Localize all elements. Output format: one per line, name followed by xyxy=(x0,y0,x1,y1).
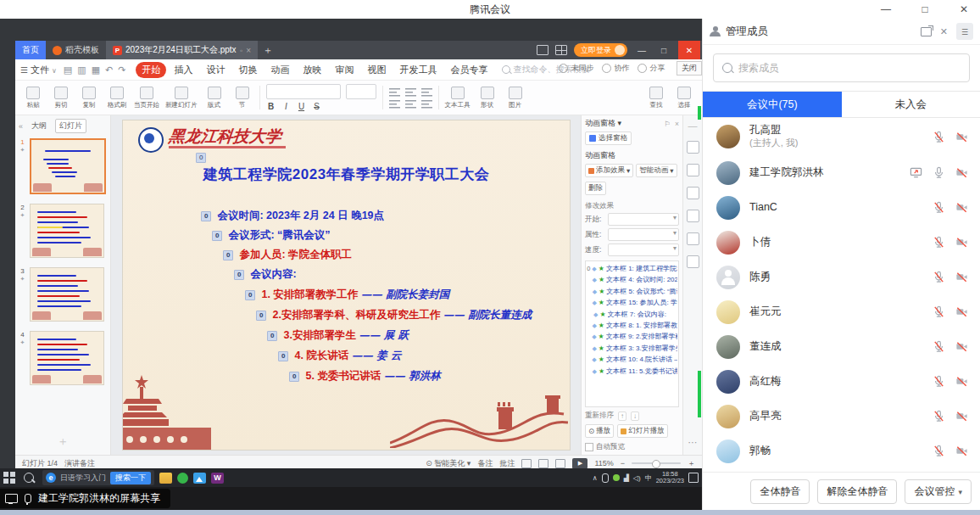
collaborate-button[interactable]: 协作 xyxy=(602,63,629,74)
quick-access-toolbar[interactable]: ▤▥▦↶↷ xyxy=(64,64,126,76)
font-size-box[interactable] xyxy=(346,84,376,99)
camera-status-icon[interactable] xyxy=(955,236,968,249)
speaker-notes-button[interactable]: 演讲备注 xyxy=(64,458,95,469)
mic-status-icon[interactable] xyxy=(933,166,945,179)
camera-status-icon[interactable] xyxy=(955,410,968,423)
ribbon-tab-6[interactable]: 审阅 xyxy=(329,62,359,78)
camera-status-icon[interactable] xyxy=(955,445,968,457)
toolbar-group[interactable]: 图片 xyxy=(504,87,526,109)
wps-app-icon[interactable]: W xyxy=(211,473,224,484)
ime-indicator[interactable]: 中 xyxy=(645,473,652,483)
tray-app-icon[interactable] xyxy=(613,474,620,481)
tab-in-meeting[interactable]: 会议中(75) xyxy=(703,92,842,117)
ribbon-tab-5[interactable]: 放映 xyxy=(297,62,327,78)
slideshow-button[interactable]: ▶ xyxy=(572,458,587,469)
ribbon-tab-1[interactable]: 插入 xyxy=(168,62,198,78)
animation-item[interactable]: 文本框 15: 参加人员: 学院全体... xyxy=(587,297,677,308)
align-center-icon[interactable] xyxy=(405,87,416,97)
mute-all-button[interactable]: 全体静音 xyxy=(750,479,810,504)
browser-search-box[interactable]: e 日语学习入门 搜索一下 xyxy=(42,470,154,485)
network-icon[interactable]: ▟ xyxy=(624,474,629,482)
file-explorer-icon[interactable] xyxy=(159,473,172,484)
delete-effect-button[interactable]: 删除 xyxy=(585,182,606,195)
font-name-box[interactable] xyxy=(266,84,341,99)
mic-status-icon[interactable] xyxy=(933,375,945,388)
camera-status-icon[interactable] xyxy=(955,271,968,283)
bullet-list-icon[interactable] xyxy=(389,99,400,109)
resources-icon[interactable] xyxy=(687,210,699,222)
slide-thumbnail-4[interactable]: 4 xyxy=(17,331,109,385)
play-button[interactable]: ⊙ 播放 xyxy=(585,424,614,438)
animation-item[interactable]: 文本框 4: 会议时间: 2023年 2... xyxy=(587,274,677,285)
wps-maximize-icon[interactable] xyxy=(656,46,671,55)
animation-item[interactable]: 文本框 11: 5.党委书记讲话 —... xyxy=(587,366,677,377)
notes-button[interactable]: 备注 xyxy=(477,458,493,469)
clock[interactable]: 18:58 2023/2/23 xyxy=(656,471,684,484)
numbered-list-icon[interactable] xyxy=(405,99,416,109)
meeting-control-button[interactable]: 会议管控 xyxy=(905,479,972,504)
wps-home-tab[interactable]: 首页 xyxy=(15,41,46,59)
align-right-icon[interactable] xyxy=(421,87,432,97)
comments-button[interactable]: 批注 xyxy=(499,458,515,469)
camera-status-icon[interactable] xyxy=(955,340,968,353)
member-row[interactable]: 孔高盟 (主持人, 我) xyxy=(703,118,980,155)
ribbon-tab-0[interactable]: 开始 xyxy=(136,62,166,78)
start-select[interactable] xyxy=(608,213,679,226)
slide-thumbnail-1[interactable]: 1 xyxy=(17,138,109,194)
toolbar-group[interactable]: 格式刷 xyxy=(106,87,128,109)
tab-outline[interactable]: 大纲 xyxy=(28,120,50,132)
tray-mic-icon[interactable] xyxy=(602,473,609,483)
unmute-all-button[interactable]: 解除全体静音 xyxy=(817,479,897,504)
slide-canvas[interactable]: 黑龙江科技大学 0 建筑工程学院2023年春季学期开学职工大会 0会议时间: 2… xyxy=(123,120,570,450)
pin-pane-icon[interactable]: ⚐ xyxy=(664,120,671,128)
settings-icon[interactable] xyxy=(687,232,699,245)
tab-slides[interactable]: 幻灯片 xyxy=(55,119,86,133)
close-icon[interactable] xyxy=(955,3,973,15)
maximize-icon[interactable] xyxy=(916,3,934,15)
member-row[interactable]: TianC xyxy=(703,190,980,225)
camera-status-icon[interactable] xyxy=(955,305,968,318)
member-list[interactable]: 孔高盟 (主持人, 我) xyxy=(703,118,980,472)
smart-beautify-button[interactable]: ⊙ 智能美化 ▾ xyxy=(426,458,471,469)
close-panel-icon[interactable] xyxy=(940,25,948,37)
toolbar-group[interactable]: 查找 xyxy=(645,87,667,109)
camera-status-icon[interactable] xyxy=(955,375,968,388)
screen-share-pill[interactable]: 建工学院郭洪林的屏幕共享 xyxy=(0,489,170,508)
move-up-button[interactable]: ↑ xyxy=(618,411,626,421)
animation-item[interactable]: 文本框 3: 3.安排部署学生 ——... xyxy=(587,343,677,354)
toolbar-group[interactable]: 新建幻灯片 xyxy=(165,87,198,109)
toolbar-group[interactable]: 当页开始 xyxy=(134,87,159,109)
close-pane-icon[interactable] xyxy=(675,120,679,128)
mic-status-icon[interactable] xyxy=(933,131,945,143)
property-select[interactable] xyxy=(608,228,679,241)
collapse-panel-icon[interactable] xyxy=(19,122,23,131)
zoom-in-button[interactable]: ＋ xyxy=(688,458,695,469)
animation-item[interactable]: 文本框 9: 2.安排部署学科、科研... xyxy=(587,331,677,342)
start-button-icon[interactable] xyxy=(3,472,15,484)
zoom-knob[interactable] xyxy=(652,460,660,468)
camera-status-icon[interactable] xyxy=(955,201,968,214)
volume-icon[interactable]: ◁) xyxy=(633,474,641,482)
mic-status-icon[interactable] xyxy=(933,201,945,214)
move-down-button[interactable]: ↓ xyxy=(631,411,639,421)
help-icon[interactable] xyxy=(687,255,699,268)
search-go-button[interactable]: 搜索一下 xyxy=(110,472,151,484)
bold-button[interactable]: B xyxy=(266,102,276,111)
toolbar-group[interactable]: 剪切 xyxy=(50,87,72,109)
slide-thumbnail-3[interactable]: 3 xyxy=(17,267,109,322)
toolbar-group[interactable]: 复制 xyxy=(78,87,100,109)
add-effect-button[interactable]: 添加效果 ▾ xyxy=(585,164,633,177)
member-row[interactable]: 卜倩 xyxy=(703,225,980,260)
mic-status-icon[interactable] xyxy=(933,410,945,423)
auto-preview-checkbox[interactable]: 自动预览 xyxy=(585,442,679,452)
browser-app-icon[interactable] xyxy=(177,473,188,484)
tab-not-joined[interactable]: 未入会 xyxy=(842,92,980,117)
member-row[interactable]: 建工学院郭洪林 xyxy=(703,155,980,190)
wps-template-tab[interactable]: 稻壳模板 xyxy=(46,41,106,59)
properties-icon[interactable] xyxy=(687,141,699,154)
slideshow-play-button[interactable]: 幻灯片播放 xyxy=(617,424,668,438)
mic-status-icon[interactable] xyxy=(933,445,945,457)
taskbar-search-icon[interactable] xyxy=(24,473,34,483)
animation-item[interactable]: 0文本框 1: 建筑工程学院2023年... xyxy=(587,263,677,274)
speed-select[interactable] xyxy=(608,244,679,256)
